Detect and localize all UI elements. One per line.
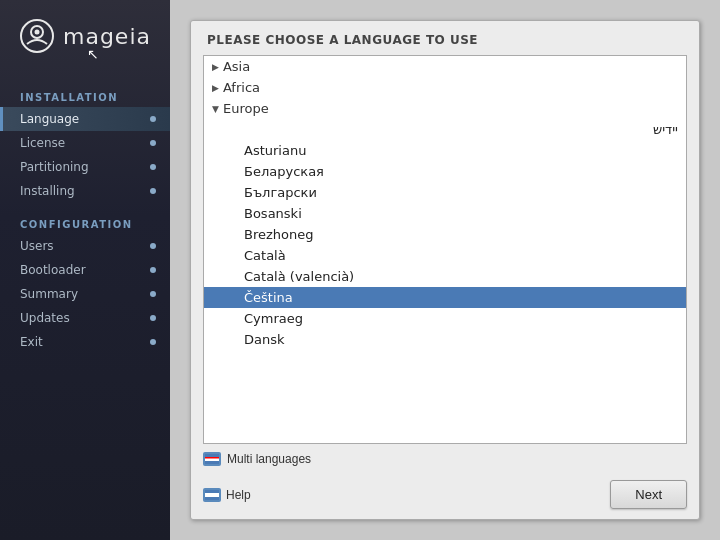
asturianu-label: Asturianu (244, 143, 306, 158)
next-button[interactable]: Next (610, 480, 687, 509)
bottom-area: Multi languages (191, 444, 699, 470)
cursor: ↖ (87, 46, 99, 62)
exit-label: Exit (20, 335, 43, 349)
catala-label: Català (244, 248, 286, 263)
catala-valencia-label: Català (valencià) (244, 269, 354, 284)
license-label: License (20, 136, 65, 150)
multi-lang-icon (203, 452, 221, 466)
installing-label: Installing (20, 184, 75, 198)
logo-text: mageia (63, 24, 151, 49)
summary-dot (150, 291, 156, 297)
svg-point-0 (21, 20, 53, 52)
list-item-belarusskaya[interactable]: Беларуская (204, 161, 686, 182)
installing-dot (150, 188, 156, 194)
list-item-catala-valencia[interactable]: Català (valencià) (204, 266, 686, 287)
help-icon (203, 488, 221, 502)
list-item-asturianu[interactable]: Asturianu (204, 140, 686, 161)
flag-icon (205, 454, 219, 464)
help-label: Help (226, 488, 251, 502)
language-label: Language (20, 112, 79, 126)
exit-dot (150, 339, 156, 345)
bosanski-label: Bosanski (244, 206, 302, 221)
installation-section-label: INSTALLATION (0, 92, 170, 103)
partitioning-dot (150, 164, 156, 170)
list-item-africa[interactable]: ▶ Africa (204, 77, 686, 98)
svg-rect-5 (205, 457, 219, 459)
asia-arrow-icon: ▶ (212, 62, 219, 72)
users-dot (150, 243, 156, 249)
help-button[interactable]: Help (203, 488, 251, 502)
summary-label: Summary (20, 287, 78, 301)
dialog-title: PLEASE CHOOSE A LANGUAGE TO USE (191, 21, 699, 55)
sidebar-item-exit[interactable]: Exit (0, 330, 170, 354)
list-item-balgarski[interactable]: Български (204, 182, 686, 203)
europe-label: Europe (223, 101, 269, 116)
yiddish-label: יידיש (653, 122, 678, 137)
asia-label: Asia (223, 59, 250, 74)
configuration-section-label: CONFIGURATION (0, 219, 170, 230)
list-item-dansk[interactable]: Dansk (204, 329, 686, 350)
language-dialog: PLEASE CHOOSE A LANGUAGE TO USE ▶ Asia ▶… (190, 20, 700, 520)
bootloader-label: Bootloader (20, 263, 86, 277)
main-area: PLEASE CHOOSE A LANGUAGE TO USE ▶ Asia ▶… (170, 0, 720, 540)
sidebar-item-license[interactable]: License (0, 131, 170, 155)
list-item-asia[interactable]: ▶ Asia (204, 56, 686, 77)
list-item-cymraeg[interactable]: Cymraeg (204, 308, 686, 329)
sidebar-item-language[interactable]: Language (0, 107, 170, 131)
updates-dot (150, 315, 156, 321)
list-item-europe[interactable]: ▼ Europe (204, 98, 686, 119)
license-dot (150, 140, 156, 146)
list-item-yiddish[interactable]: יידיש (204, 119, 686, 140)
list-item-brezhoneg[interactable]: Brezhoneg (204, 224, 686, 245)
dansk-label: Dansk (244, 332, 285, 347)
footer-area: Help Next (191, 470, 699, 519)
list-item-catala[interactable]: Català (204, 245, 686, 266)
brezhoneg-label: Brezhoneg (244, 227, 313, 242)
belarusskaya-label: Беларуская (244, 164, 324, 179)
cestina-label: Čeština (244, 290, 293, 305)
active-dot (150, 116, 156, 122)
sidebar-item-bootloader[interactable]: Bootloader (0, 258, 170, 282)
sidebar-item-users[interactable]: Users (0, 234, 170, 258)
europe-arrow-icon: ▼ (212, 104, 219, 114)
help-flag-icon (205, 490, 219, 500)
africa-label: Africa (223, 80, 260, 95)
multi-languages-label: Multi languages (227, 452, 311, 466)
sidebar: ↖ mageia INSTALLATION Language License P… (0, 0, 170, 540)
updates-label: Updates (20, 311, 70, 325)
svg-point-2 (34, 30, 39, 35)
sidebar-item-updates[interactable]: Updates (0, 306, 170, 330)
mageia-logo-icon (19, 18, 55, 54)
africa-arrow-icon: ▶ (212, 83, 219, 93)
logo-area: mageia (19, 18, 151, 54)
list-item-bosanski[interactable]: Bosanski (204, 203, 686, 224)
partitioning-label: Partitioning (20, 160, 89, 174)
list-item-cestina[interactable]: Čeština (204, 287, 686, 308)
svg-rect-7 (205, 493, 219, 497)
bootloader-dot (150, 267, 156, 273)
language-list-container: ▶ Asia ▶ Africa ▼ Europe יידיש (203, 55, 687, 444)
language-list-scroll[interactable]: ▶ Asia ▶ Africa ▼ Europe יידיש (204, 56, 686, 443)
sidebar-item-partitioning[interactable]: Partitioning (0, 155, 170, 179)
users-label: Users (20, 239, 54, 253)
sidebar-item-installing[interactable]: Installing (0, 179, 170, 203)
sidebar-item-summary[interactable]: Summary (0, 282, 170, 306)
multi-languages-button[interactable]: Multi languages (203, 452, 311, 466)
balgarski-label: Български (244, 185, 317, 200)
cymraeg-label: Cymraeg (244, 311, 303, 326)
